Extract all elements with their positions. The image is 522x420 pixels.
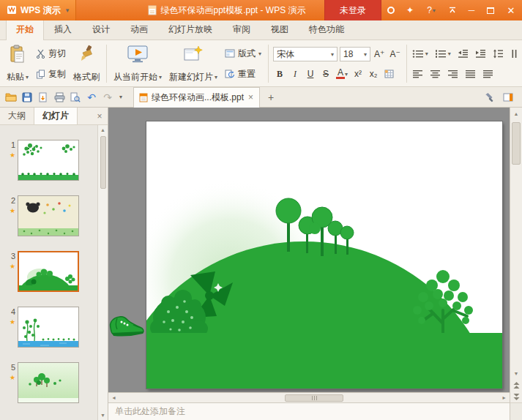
slide-item-5[interactable]: 5 ★ <box>3 362 94 403</box>
italic-button[interactable]: I <box>288 67 302 80</box>
grow-font-button[interactable]: A⁺ <box>373 48 386 61</box>
previous-slide-button[interactable] <box>510 379 522 391</box>
tab-review[interactable]: 审阅 <box>223 19 261 40</box>
slide-panel-tabs: 大纲 幻灯片 × <box>0 108 108 125</box>
strikethrough-button[interactable]: S <box>319 67 332 80</box>
tab-design[interactable]: 设计 <box>82 19 120 40</box>
new-document-tab-button[interactable]: + <box>263 89 279 105</box>
justify-button[interactable] <box>463 68 478 80</box>
login-button[interactable]: 未登录 <box>324 0 381 20</box>
bold-button[interactable]: B <box>273 67 286 80</box>
scroll-up-icon[interactable]: ▲ <box>510 108 522 119</box>
font-color-button[interactable]: A ▾ <box>335 67 349 80</box>
horizontal-scrollbar[interactable]: ◂ ▸ <box>108 392 510 402</box>
decrease-indent-button[interactable] <box>455 48 471 60</box>
copy-button[interactable]: 复制 <box>32 67 70 82</box>
text-direction-button[interactable] <box>508 48 521 60</box>
slide-item-1[interactable]: 1 ★ <box>3 140 94 181</box>
slide-item-4[interactable]: 4 ★ <box>3 307 94 348</box>
document-tab-close-icon[interactable]: × <box>247 92 254 102</box>
play-from-current-button[interactable]: 从当前开始▾ <box>110 42 165 85</box>
scroll-right-icon[interactable]: ▸ <box>499 394 510 401</box>
sparkle-icon[interactable]: ✦ <box>400 0 420 20</box>
tab-slides[interactable]: 幻灯片 <box>34 108 78 124</box>
skin-icon[interactable] <box>381 0 400 20</box>
increase-indent-button[interactable] <box>473 48 488 60</box>
minimize-button[interactable]: ─ <box>462 0 481 20</box>
next-slide-button[interactable] <box>510 391 522 402</box>
close-button[interactable]: ✕ <box>500 0 522 20</box>
slide-item-2[interactable]: 2 ★ <box>3 195 94 236</box>
undo-button[interactable]: ↶ <box>83 89 100 105</box>
thumbnail-scrollbar-thumb[interactable] <box>100 136 106 189</box>
help-icon: ? <box>427 5 432 15</box>
tab-view[interactable]: 视图 <box>261 19 299 40</box>
tab-insert[interactable]: 插入 <box>44 19 82 40</box>
slide-canvas-workspace[interactable] <box>108 108 510 392</box>
align-right-button[interactable] <box>445 68 461 80</box>
paste-button[interactable]: 粘贴▾ <box>3 42 32 85</box>
scroll-down-icon[interactable]: ▼ <box>100 410 105 420</box>
open-folder-button[interactable] <box>3 89 19 105</box>
reset-icon <box>225 70 235 78</box>
redo-button[interactable]: ↷ <box>100 89 116 105</box>
thumbnail-scrollbar[interactable]: ▲ ▼ <box>97 125 108 420</box>
help-button[interactable]: ? ▾ <box>420 0 443 20</box>
horizontal-scrollbar-thumb[interactable] <box>285 394 343 402</box>
tab-animation[interactable]: 动画 <box>120 19 158 40</box>
task-pane-toggle-button[interactable] <box>500 89 516 105</box>
line-spacing-button[interactable] <box>491 48 506 60</box>
new-slide-button[interactable]: 新建幻灯片▾ <box>165 42 221 85</box>
shoe-shape[interactable] <box>108 307 147 340</box>
document-icon <box>148 5 157 15</box>
font-size-select[interactable]: 18 ▾ <box>340 47 370 61</box>
symbol-grid-icon <box>384 70 394 78</box>
save-button[interactable] <box>19 89 35 105</box>
document-tab[interactable]: 绿色环保动画...模板.ppt × <box>133 87 260 108</box>
panel-close-icon[interactable]: × <box>92 108 108 124</box>
tab-outline[interactable]: 大纲 <box>0 108 34 124</box>
scroll-down-icon[interactable]: ▼ <box>510 367 522 379</box>
layout-button[interactable]: 版式 ▾ <box>221 46 265 61</box>
ground-strip <box>146 333 502 389</box>
customize-toolbar-dropdown-icon[interactable]: ▾ <box>116 94 126 100</box>
print-preview-button[interactable] <box>67 89 83 105</box>
slide-canvas[interactable] <box>146 121 502 389</box>
notes-bar[interactable]: 单击此处添加备注 <box>108 402 510 420</box>
align-left-button[interactable] <box>410 68 425 80</box>
numbered-list-button[interactable]: ▾ <box>433 48 453 60</box>
maximize-button[interactable] <box>481 0 500 20</box>
play-from-current-icon <box>127 45 149 64</box>
tab-special-features[interactable]: 特色功能 <box>299 19 354 40</box>
slide-item-3[interactable]: 3 ★ <box>3 251 94 292</box>
reset-button[interactable]: 重置 <box>221 67 265 82</box>
wps-app-button[interactable]: WPS 演示 ▾ <box>0 0 76 20</box>
tab-home[interactable]: 开始 <box>6 19 44 40</box>
double-down-icon <box>513 394 520 400</box>
tab-slideshow[interactable]: 幻灯片放映 <box>158 19 223 40</box>
underline-button[interactable]: U <box>304 67 317 80</box>
paste-label: 粘贴 <box>7 71 24 83</box>
distribute-button[interactable] <box>480 68 496 80</box>
tools-button[interactable] <box>481 89 497 105</box>
print-button[interactable] <box>51 89 67 105</box>
subscript-button[interactable]: x₂ <box>367 67 380 80</box>
export-button[interactable] <box>35 89 51 105</box>
cut-button[interactable]: 剪切 <box>32 46 70 61</box>
font-family-select[interactable]: 宋体 ▾ <box>273 47 338 61</box>
ribbon-separator <box>106 45 107 83</box>
ribbon-tab-row: 开始 插入 设计 动画 幻灯片放映 审阅 视图 特色功能 <box>0 20 522 40</box>
scroll-left-icon[interactable]: ◂ <box>108 394 119 401</box>
vertical-scrollbar[interactable]: ▲ ▼ <box>510 108 522 420</box>
vertical-scrollbar-track[interactable] <box>510 119 522 367</box>
symbol-grid-button[interactable] <box>382 67 395 80</box>
collapse-ribbon-button[interactable] <box>443 0 462 20</box>
vertical-scrollbar-thumb[interactable] <box>512 122 521 165</box>
shrink-font-button[interactable]: A⁻ <box>388 48 401 61</box>
align-center-button[interactable] <box>428 68 443 80</box>
window-title-area: 绿色环保动画ppt模板.ppt - WPS 演示 <box>110 0 344 20</box>
superscript-button[interactable]: x² <box>351 67 365 80</box>
bullet-list-button[interactable]: ▾ <box>410 48 430 60</box>
format-painter-button[interactable]: 格式刷 <box>70 42 103 85</box>
scroll-up-icon[interactable]: ▲ <box>100 125 105 135</box>
